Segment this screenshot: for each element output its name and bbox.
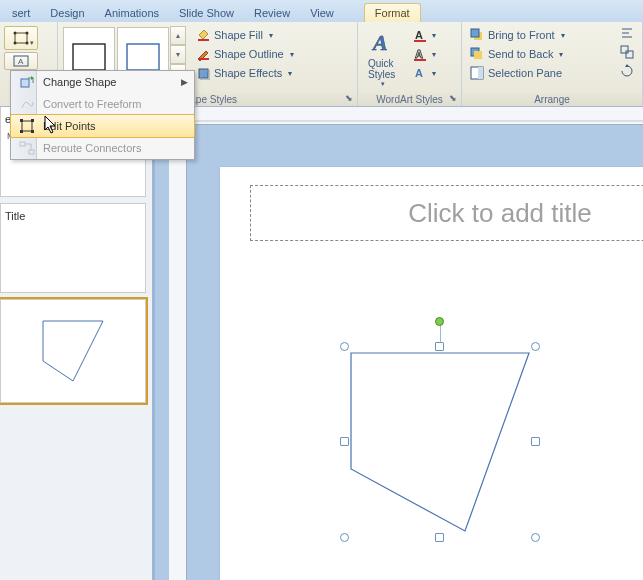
tab-view[interactable]: View xyxy=(300,4,344,22)
handle-w[interactable] xyxy=(340,437,349,446)
shape-outline-button[interactable]: Shape Outline▾ xyxy=(192,45,298,63)
group-button[interactable] xyxy=(616,43,638,61)
handle-se[interactable] xyxy=(531,533,540,542)
selection-pane-icon xyxy=(470,66,484,80)
svg-point-3 xyxy=(14,42,17,45)
svg-rect-22 xyxy=(474,51,482,59)
svg-rect-32 xyxy=(22,121,32,131)
text-outline-button[interactable]: A▾ xyxy=(408,45,440,63)
edit-shape-menu: Change Shape ▶ Convert to Freeform Edit … xyxy=(10,70,195,160)
wordart-launcher[interactable]: ⬊ xyxy=(447,93,459,105)
slide-thumb-2[interactable]: Title xyxy=(0,203,146,293)
menu-edit-points[interactable]: Edit Points xyxy=(10,114,195,138)
svg-rect-28 xyxy=(621,46,628,53)
svg-text:A: A xyxy=(415,48,423,60)
send-to-back-button[interactable]: Send to Back▾ xyxy=(466,45,638,63)
group-label-arrange: Arrange xyxy=(534,94,570,105)
rotate-button[interactable] xyxy=(616,62,638,80)
selection-pane-button[interactable]: Selection Pane xyxy=(466,64,638,82)
svg-rect-24 xyxy=(478,67,483,79)
ribbon-tabs: sert Design Animations Slide Show Review… xyxy=(0,0,643,22)
freeform-icon xyxy=(19,96,35,112)
svg-text:A: A xyxy=(371,30,388,55)
svg-rect-36 xyxy=(31,130,34,133)
slide-thumbnails-pane[interactable]: e 01/01/1999 My text Title xyxy=(0,107,155,580)
shapestyles-launcher[interactable]: ⬊ xyxy=(343,93,355,105)
svg-rect-31 xyxy=(21,79,29,87)
selected-shape[interactable] xyxy=(345,347,535,537)
group-label-wordart: WordArt Styles xyxy=(376,94,443,105)
menu-change-shape-label: Change Shape xyxy=(39,76,181,88)
slide-editor[interactable]: Click to add title xyxy=(155,107,643,580)
tab-review[interactable]: Review xyxy=(244,4,300,22)
bring-to-front-button[interactable]: Bring to Front▾ xyxy=(466,26,638,44)
menu-change-shape[interactable]: Change Shape ▶ xyxy=(11,71,194,93)
bring-front-icon xyxy=(470,28,484,42)
edit-points-icon xyxy=(19,118,35,134)
svg-rect-7 xyxy=(73,44,105,70)
tab-design[interactable]: Design xyxy=(40,4,94,22)
menu-convert-label: Convert to Freeform xyxy=(39,98,188,110)
svg-rect-17 xyxy=(414,59,426,61)
align-button[interactable] xyxy=(616,24,638,42)
svg-rect-11 xyxy=(199,69,208,78)
menu-edit-points-label: Edit Points xyxy=(39,120,188,132)
chevron-right-icon: ▶ xyxy=(181,77,188,87)
pencil-icon xyxy=(196,47,210,61)
menu-convert-freeform: Convert to Freeform xyxy=(11,93,194,115)
svg-rect-34 xyxy=(31,119,34,122)
svg-point-2 xyxy=(26,32,29,35)
effects-icon xyxy=(196,66,210,80)
wordart-a-icon: A xyxy=(369,28,397,58)
send-back-icon xyxy=(470,47,484,61)
svg-rect-38 xyxy=(29,150,34,154)
menu-reroute-label: Reroute Connectors xyxy=(39,142,188,154)
tab-slideshow[interactable]: Slide Show xyxy=(169,4,244,22)
reroute-icon xyxy=(19,140,35,156)
shape-fill-button[interactable]: Shape Fill▾ xyxy=(192,26,298,44)
tab-insert[interactable]: sert xyxy=(2,4,40,22)
text-effects-button[interactable]: A▾ xyxy=(408,64,440,82)
text-fill-button[interactable]: A▾ xyxy=(408,26,440,44)
slide-canvas[interactable]: Click to add title xyxy=(220,167,643,580)
handle-e[interactable] xyxy=(531,437,540,446)
tab-animations[interactable]: Animations xyxy=(95,4,169,22)
shape-effects-button[interactable]: Shape Effects▾ xyxy=(192,64,298,82)
svg-rect-15 xyxy=(414,40,426,42)
thumb-2-title: Title xyxy=(5,210,141,222)
handle-ne[interactable] xyxy=(531,342,540,351)
svg-rect-10 xyxy=(198,58,209,60)
workspace: e 01/01/1999 My text Title Click to add … xyxy=(0,107,643,580)
svg-rect-20 xyxy=(471,29,479,37)
bucket-icon xyxy=(196,28,210,42)
textbox-button[interactable]: A xyxy=(4,52,38,70)
handle-sw[interactable] xyxy=(340,533,349,542)
handle-n[interactable] xyxy=(435,342,444,351)
title-placeholder[interactable]: Click to add title xyxy=(250,185,643,241)
svg-text:A: A xyxy=(415,29,423,41)
svg-rect-29 xyxy=(626,51,633,58)
svg-point-1 xyxy=(14,32,17,35)
slide-thumb-3[interactable] xyxy=(0,299,146,403)
change-shape-icon xyxy=(19,74,35,90)
svg-text:A: A xyxy=(415,67,423,79)
rotate-handle[interactable] xyxy=(435,317,444,326)
svg-rect-35 xyxy=(20,130,23,133)
ruler-vertical xyxy=(169,125,187,580)
svg-rect-8 xyxy=(127,44,159,70)
tab-format[interactable]: Format xyxy=(364,3,421,22)
svg-rect-0 xyxy=(15,33,27,43)
svg-point-4 xyxy=(26,42,29,45)
menu-reroute-connectors: Reroute Connectors xyxy=(11,137,194,159)
svg-rect-37 xyxy=(20,142,25,146)
handle-s[interactable] xyxy=(435,533,444,542)
svg-rect-33 xyxy=(20,119,23,122)
ruler-horizontal xyxy=(187,107,643,125)
edit-shape-button[interactable]: ▾ xyxy=(4,26,38,50)
svg-text:A: A xyxy=(18,57,24,66)
handle-nw[interactable] xyxy=(340,342,349,351)
svg-rect-9 xyxy=(198,39,209,41)
quick-styles-button[interactable]: A Quick Styles▾ xyxy=(362,26,404,90)
